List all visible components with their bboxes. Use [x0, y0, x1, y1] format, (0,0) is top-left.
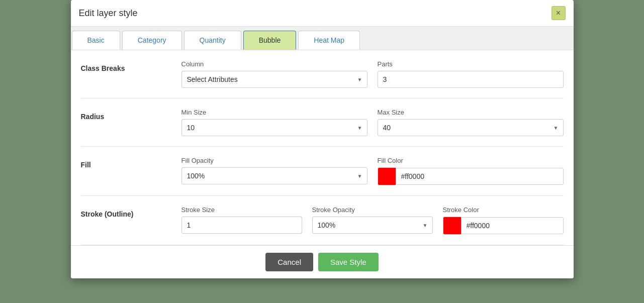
stroke-color-input[interactable]: #ff0000 [461, 217, 564, 234]
max-size-select-wrapper: 40 20 30 50 [378, 119, 564, 136]
radius-section: Radius Min Size 10 5 15 20 [81, 98, 564, 147]
modal-header: Edit layer style × [71, 0, 574, 27]
stroke-color-field-group: Stroke Color #ff0000 [443, 206, 564, 235]
parts-input[interactable]: 3 [378, 71, 564, 88]
fill-color-input[interactable]: #ff0000 [396, 168, 564, 185]
parts-field-group: Parts 3 [378, 60, 564, 88]
max-size-field-group: Max Size 40 20 30 50 [378, 109, 564, 136]
modal-footer: Cancel Save Style [71, 245, 574, 278]
max-size-label: Max Size [378, 109, 564, 116]
cancel-button[interactable]: Cancel [265, 253, 313, 271]
stroke-section: Stroke (Outline) Stroke Size 1 Stroke Op… [81, 196, 564, 245]
fill-opacity-label: Fill Opacity [181, 157, 367, 164]
fill-opacity-select-wrapper: 100% 75% 50% 25% [181, 167, 367, 184]
min-size-label: Min Size [181, 109, 367, 116]
fill-section: Fill Fill Opacity 100% 75% 50% 25% [81, 147, 564, 196]
stroke-color-label: Stroke Color [443, 206, 564, 214]
stroke-opacity-select[interactable]: 100% 75% 50% 25% [312, 217, 433, 234]
parts-label: Parts [378, 60, 564, 68]
modal-close-button[interactable]: × [551, 6, 566, 20]
tab-category[interactable]: Category [122, 31, 182, 50]
modal-dialog: Edit layer style × Basic Category Quanti… [71, 0, 574, 278]
column-label: Column [181, 60, 367, 68]
modal-body: Class Breaks Column Select Attributes Pa… [71, 50, 574, 245]
modal-overlay: Edit layer style × Basic Category Quanti… [0, 0, 644, 303]
column-select-wrapper: Select Attributes [181, 71, 367, 88]
radius-label: Radius [81, 109, 181, 121]
fill-color-label: Fill Color [378, 157, 564, 164]
tabs-container: Basic Category Quantity Bubble Heat Map [71, 27, 574, 50]
tab-heatmap[interactable]: Heat Map [298, 31, 360, 50]
stroke-color-input-group: #ff0000 [443, 217, 564, 235]
class-breaks-section: Class Breaks Column Select Attributes Pa… [81, 50, 564, 98]
fill-opacity-field-group: Fill Opacity 100% 75% 50% 25% [181, 157, 367, 185]
fill-opacity-select[interactable]: 100% 75% 50% 25% [181, 167, 367, 184]
min-size-select-wrapper: 10 5 15 20 [181, 119, 367, 136]
fill-label: Fill [81, 157, 181, 169]
stroke-content: Stroke Size 1 Stroke Opacity 100% 75% 50… [181, 206, 564, 235]
radius-content: Min Size 10 5 15 20 Max Size [181, 109, 564, 136]
column-field-group: Column Select Attributes [181, 60, 367, 88]
fill-color-input-group: #ff0000 [378, 167, 564, 185]
stroke-opacity-field-group: Stroke Opacity 100% 75% 50% 25% [312, 206, 433, 235]
stroke-label: Stroke (Outline) [81, 206, 181, 218]
fill-content: Fill Opacity 100% 75% 50% 25% Fill Color [181, 157, 564, 185]
stroke-opacity-label: Stroke Opacity [312, 206, 433, 214]
stroke-size-input[interactable]: 1 [181, 217, 302, 234]
stroke-size-field-group: Stroke Size 1 [181, 206, 302, 235]
max-size-select[interactable]: 40 20 30 50 [378, 119, 564, 136]
save-style-button[interactable]: Save Style [318, 253, 379, 271]
min-size-field-group: Min Size 10 5 15 20 [181, 109, 367, 136]
stroke-size-label: Stroke Size [181, 206, 302, 214]
tab-bubble[interactable]: Bubble [243, 31, 297, 50]
stroke-opacity-select-wrapper: 100% 75% 50% 25% [312, 217, 433, 234]
stroke-color-swatch[interactable] [443, 217, 461, 235]
class-breaks-label: Class Breaks [81, 60, 181, 72]
tab-basic[interactable]: Basic [72, 31, 120, 50]
tab-quantity[interactable]: Quantity [184, 31, 241, 50]
fill-color-swatch[interactable] [378, 167, 396, 185]
column-select[interactable]: Select Attributes [181, 71, 367, 88]
modal-title: Edit layer style [79, 8, 138, 19]
fill-color-field-group: Fill Color #ff0000 [378, 157, 564, 185]
class-breaks-content: Column Select Attributes Parts 3 [181, 60, 564, 88]
min-size-select[interactable]: 10 5 15 20 [181, 119, 367, 136]
